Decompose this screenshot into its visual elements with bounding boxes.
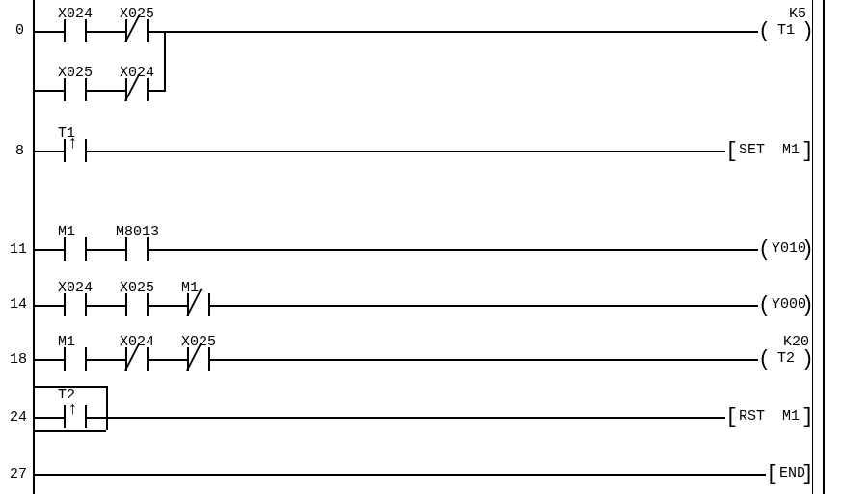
- wire: [33, 305, 48, 307]
- op: RST: [739, 408, 765, 425]
- contact-no: [48, 235, 102, 262]
- wire: [33, 31, 48, 33]
- wire: [33, 386, 106, 388]
- wire: [164, 31, 166, 92]
- wire: [33, 474, 766, 476]
- contact-nc: ╱: [172, 291, 226, 318]
- coil-output: (Y000): [758, 296, 814, 317]
- step-number: 18: [10, 351, 27, 368]
- wire: [102, 90, 110, 92]
- wire: [33, 359, 48, 361]
- wire: [164, 359, 172, 361]
- step-number: 24: [10, 409, 27, 425]
- op-arg: M1: [782, 408, 800, 425]
- contact-no: [48, 17, 102, 44]
- coil-timer: (T2): [758, 350, 814, 371]
- wire: [33, 151, 48, 152]
- step-number: 0: [15, 22, 24, 39]
- ladder-diagram: 0 X024 X025 ╱ K5 (T1) X025 X024 ╱ 8 T1 ↑…: [0, 0, 868, 494]
- wire: [102, 31, 110, 33]
- wire: [226, 305, 758, 307]
- instruction-set: [ SET M1 ]: [725, 142, 814, 163]
- contact-no: [48, 76, 102, 103]
- wire: [164, 31, 758, 33]
- wire: [102, 417, 725, 419]
- instruction-rst: [ RST M1 ]: [725, 408, 814, 429]
- contact-nc: ╱: [110, 345, 164, 372]
- wire: [33, 417, 48, 419]
- wire: [33, 430, 106, 432]
- coil-timer: (T1): [758, 22, 814, 43]
- instruction-end: [END]: [766, 465, 814, 486]
- contact-nc: ╱: [172, 345, 226, 372]
- step-number: 8: [15, 143, 24, 159]
- contact-rising: ↑: [48, 137, 102, 164]
- wire: [106, 386, 108, 430]
- wire: [164, 249, 758, 251]
- contact-nc: ╱: [110, 76, 164, 103]
- wire: [102, 151, 725, 152]
- step-number: 11: [10, 241, 27, 258]
- wire: [102, 249, 110, 251]
- left-power-rail: [33, 0, 35, 494]
- contact-no: [48, 291, 102, 318]
- contact-rising: ↑: [48, 403, 102, 430]
- contact-no: [110, 291, 164, 318]
- contact-no: [110, 235, 164, 262]
- wire: [102, 359, 110, 361]
- op: SET: [739, 142, 765, 158]
- coil-output: (Y010): [758, 240, 814, 261]
- wire: [33, 90, 48, 92]
- contact-no: [48, 345, 102, 372]
- op-arg: M1: [782, 142, 800, 158]
- wire: [226, 359, 758, 361]
- step-number: 27: [10, 466, 27, 482]
- right-power-rail: [823, 0, 825, 494]
- wire: [33, 249, 48, 251]
- wire: [102, 305, 110, 307]
- contact-nc: ╱: [110, 17, 164, 44]
- step-number: 14: [10, 296, 27, 313]
- wire: [164, 305, 172, 307]
